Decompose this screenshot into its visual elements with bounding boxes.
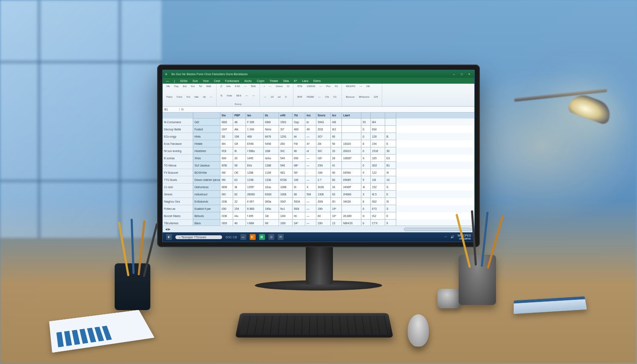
cell[interactable]: I206 bbox=[220, 198, 233, 205]
cell[interactable]: 549 bbox=[279, 155, 293, 162]
cell[interactable]: 6?3 bbox=[371, 205, 385, 212]
cell[interactable]: Euatsbt it par bbox=[193, 205, 220, 212]
cell[interactable]: 1336 bbox=[264, 176, 279, 183]
cell[interactable]: I0· bbox=[293, 183, 305, 191]
cell[interactable]: 3 bbox=[361, 191, 371, 198]
cell[interactable]: F8l bbox=[293, 140, 305, 147]
cell[interactable]: I84 bbox=[220, 140, 233, 147]
cell[interactable]: 28090 bbox=[246, 191, 264, 198]
cell[interactable]: f 495 bbox=[246, 212, 264, 220]
menu-item[interactable]: S03si bbox=[180, 79, 188, 82]
cell[interactable]: Gsp bbox=[293, 119, 305, 126]
ribbon-button[interactable]: ⇅ bbox=[219, 93, 224, 97]
cell[interactable]: Nims bbox=[264, 126, 279, 133]
cell[interactable] bbox=[342, 126, 361, 133]
cell[interactable]: 1088 bbox=[279, 183, 293, 191]
cell[interactable]: SO¹ bbox=[316, 133, 331, 140]
row-header[interactable]: Pottes.as bbox=[163, 205, 193, 212]
cell[interactable]: F 265 bbox=[246, 119, 264, 126]
cell[interactable]: 190o bbox=[264, 205, 279, 212]
cell[interactable]: 13 bbox=[331, 220, 342, 226]
ribbon-button[interactable]: Dottot bbox=[274, 85, 284, 88]
row-header[interactable]: 11 ceer bbox=[163, 183, 193, 191]
cell[interactable]: 0 bbox=[361, 126, 371, 133]
cell[interactable]: 47 bbox=[305, 140, 316, 147]
ribbon-button[interactable]: Arls bbox=[225, 85, 232, 88]
cell[interactable]: 65il bbox=[293, 155, 305, 162]
cell[interactable]: 33 bbox=[331, 147, 342, 155]
ribbon-button[interactable]: — bbox=[244, 94, 249, 97]
cell[interactable]: S02 bbox=[371, 162, 385, 169]
table-row[interactable]: BetootsI336I4of 49518i100lihl—6016*20,88… bbox=[193, 212, 474, 220]
cell[interactable]: CTX bbox=[371, 220, 385, 226]
column-header[interactable]: Ieo bbox=[331, 113, 342, 119]
cell[interactable]: 1306 bbox=[316, 191, 331, 198]
tray-icon[interactable]: 🔊 bbox=[451, 235, 454, 239]
cell[interactable]: Xires bbox=[193, 155, 220, 162]
cell[interactable]: Hinls bbox=[193, 133, 220, 140]
cell[interactable]: I247 bbox=[220, 126, 233, 133]
cell[interactable]: 53 bbox=[361, 119, 371, 126]
cell[interactable]: 1t0087 bbox=[342, 155, 361, 162]
ribbon-button[interactable]: ¶93t bbox=[250, 85, 257, 88]
cell[interactable]: I66I bbox=[220, 155, 233, 162]
cell[interactable]: 6 097 bbox=[246, 198, 264, 205]
cell[interactable]: 468 bbox=[246, 133, 264, 140]
cell[interactable]: I84 bbox=[371, 119, 385, 126]
cell[interactable]: 2.7 bbox=[316, 176, 331, 183]
column-header[interactable] bbox=[361, 113, 371, 119]
row-header[interactable]: TBcofamies bbox=[163, 220, 193, 226]
cell[interactable]: 30 bbox=[385, 147, 396, 155]
ribbon-button[interactable]: — bbox=[268, 85, 273, 88]
spreadsheet-grid[interactable]: M-ConsonansDecnop BatileEGo engpEros Far… bbox=[163, 113, 474, 226]
cell[interactable]: I882 bbox=[220, 119, 233, 126]
cell[interactable]: Hnlate bbox=[193, 140, 220, 147]
cell[interactable]: Betoots bbox=[193, 212, 220, 220]
menu-item[interactable]: K² bbox=[294, 79, 297, 82]
cell[interactable]: 0 bbox=[361, 147, 371, 155]
cell[interactable]: 1I8 bbox=[371, 176, 385, 183]
ribbon-button[interactable]: Nvt bbox=[189, 85, 196, 88]
row-header[interactable]: FV Busocer bbox=[163, 169, 193, 176]
row-header[interactable]: Sinexe bbox=[163, 191, 193, 198]
ribbon-button[interactable]: Mb bbox=[165, 85, 171, 88]
cell[interactable]: SUI Uasieuc bbox=[193, 162, 220, 169]
menu-item[interactable]: Cojsn bbox=[257, 79, 265, 82]
cell[interactable]: 000a bbox=[264, 198, 279, 205]
name-box[interactable]: B1 bbox=[163, 108, 180, 111]
ribbon-button[interactable]: Benoon bbox=[344, 95, 356, 99]
ribbon-button[interactable]: 100000 bbox=[305, 85, 316, 88]
cell[interactable]: — bbox=[305, 220, 316, 226]
column-header[interactable]: PBP bbox=[233, 113, 246, 119]
cell[interactable]: 56 bbox=[331, 140, 342, 147]
cell[interactable]: 0: bbox=[361, 212, 371, 220]
ribbon-button[interactable]: • bbox=[262, 85, 266, 88]
cell[interactable]: 3il bbox=[233, 183, 246, 191]
cell[interactable]: Alk bbox=[233, 126, 246, 133]
column-header[interactable] bbox=[385, 113, 396, 119]
ribbon-button[interactable]: Bhskoms bbox=[358, 95, 371, 99]
maximize-button[interactable]: □ bbox=[459, 72, 464, 76]
ribbon-button[interactable]: — bbox=[262, 95, 268, 99]
menu-item[interactable]: | bbox=[174, 79, 175, 82]
cell[interactable]: — bbox=[305, 176, 316, 183]
ribbon-button[interactable]: 104 bbox=[372, 95, 379, 99]
table-row[interactable]: GetI88248F 265D66l1561GspleS941I4853I84 bbox=[193, 119, 474, 126]
cell[interactable]: 002 bbox=[371, 198, 385, 205]
cell[interactable]: 16* bbox=[331, 212, 342, 220]
cell[interactable]: 10020 bbox=[342, 140, 361, 147]
cell[interactable]: 90 bbox=[331, 133, 342, 140]
row-header[interactable]: TTG Busts bbox=[163, 176, 193, 183]
cell[interactable]: BOSIVrtte bbox=[193, 169, 220, 176]
row-header[interactable]: B screas bbox=[163, 155, 193, 162]
ribbon-button[interactable]: F8280 bbox=[305, 95, 315, 99]
cell[interactable]: 6B¹ bbox=[293, 162, 305, 169]
cell[interactable]: 3028 bbox=[316, 183, 331, 191]
cell[interactable]: 154 bbox=[233, 205, 246, 212]
cell[interactable]: 834 bbox=[371, 126, 385, 133]
cell[interactable]: I53I bbox=[220, 147, 233, 155]
cell[interactable]: E540 bbox=[246, 140, 264, 147]
table-row[interactable]: FodectI247Alk1 240Nims3I748949203II63083… bbox=[193, 126, 474, 133]
cell[interactable]: 1 240 bbox=[246, 126, 264, 133]
cell[interactable]: 49 bbox=[305, 126, 316, 133]
